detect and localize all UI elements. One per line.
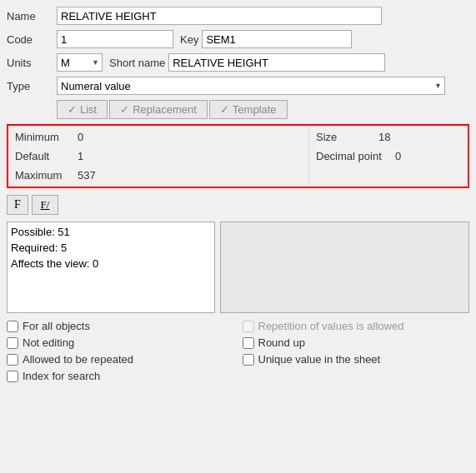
for-all-objects-row: For all objects: [7, 320, 234, 332]
default-row: Default 1: [15, 150, 302, 162]
list-tab-label: List: [80, 103, 97, 116]
checkbox-col-right: Repetition of values is allowed Round up…: [243, 320, 470, 382]
replacement-check-icon: ✓: [120, 103, 129, 116]
required-stat: Required: 5: [11, 241, 211, 254]
not-editing-checkbox[interactable]: [7, 337, 18, 349]
list-check-icon: ✓: [68, 103, 77, 116]
f-edit-button[interactable]: F/: [32, 195, 58, 215]
repetition-allowed-label: Repetition of values is allowed: [258, 320, 404, 332]
name-label: Name: [7, 10, 57, 22]
checkbox-col-left: For all objects Not editing Allowed to b…: [7, 320, 234, 382]
index-search-checkbox[interactable]: [7, 371, 18, 382]
index-search-label: Index for search: [23, 370, 100, 382]
f-edit-icon: F/: [41, 198, 50, 212]
allowed-repeated-row: Allowed to be repeated: [7, 353, 234, 366]
default-value: 1: [78, 150, 83, 162]
index-search-row: Index for search: [7, 370, 234, 382]
type-select-wrapper: Numeral value Text value Date Boolean: [57, 77, 445, 95]
template-tab-label: Template: [233, 103, 277, 116]
numeric-section: Minimum 0 Default 1 Maximum 537 Size 18 …: [7, 124, 469, 188]
round-up-checkbox[interactable]: [243, 337, 254, 349]
maximum-value: 537: [78, 169, 96, 182]
allowed-repeated-label: Allowed to be repeated: [23, 353, 133, 366]
template-check-icon: ✓: [220, 103, 229, 116]
default-label: Default: [15, 150, 78, 162]
f-button[interactable]: F: [7, 195, 28, 215]
minimum-value: 0: [78, 131, 83, 143]
content-panels: Possible: 51 Required: 5 Affects the vie…: [7, 222, 469, 313]
replacement-tab[interactable]: ✓ Replacement: [109, 100, 208, 119]
not-editing-label: Not editing: [23, 336, 74, 349]
maximum-label: Maximum: [15, 169, 78, 182]
toolbar-row: F F/: [7, 193, 469, 217]
left-numeric-section: Minimum 0 Default 1 Maximum 537: [8, 126, 309, 187]
main-container: Name Code Key Units M CM MM Short name T…: [0, 0, 476, 389]
unique-value-checkbox[interactable]: [243, 354, 254, 366]
maximum-row: Maximum 537: [15, 169, 302, 182]
type-label: Type: [7, 80, 57, 92]
units-label: Units: [7, 57, 57, 69]
list-tab[interactable]: ✓ List: [57, 100, 108, 119]
not-editing-row: Not editing: [7, 336, 234, 349]
template-tab[interactable]: ✓ Template: [209, 100, 288, 119]
units-row: Units M CM MM Short name: [7, 53, 469, 72]
decimal-label: Decimal point: [316, 150, 395, 162]
decimal-value: 0: [395, 150, 401, 162]
key-input[interactable]: [202, 30, 352, 48]
units-select-wrapper: M CM MM: [57, 53, 103, 72]
right-numeric-section: Size 18 Decimal point 0: [309, 126, 468, 187]
code-label: Code: [7, 33, 57, 46]
tabs-row: ✓ List ✓ Replacement ✓ Template: [57, 100, 469, 119]
for-all-objects-checkbox[interactable]: [7, 321, 18, 332]
minimum-label: Minimum: [15, 131, 78, 143]
minimum-row: Minimum 0: [15, 131, 302, 143]
allowed-repeated-checkbox[interactable]: [7, 354, 18, 366]
size-value: 18: [378, 131, 390, 143]
possible-stat: Possible: 51: [11, 226, 211, 238]
code-input[interactable]: [57, 30, 173, 48]
empty-panel: [220, 222, 469, 313]
shortname-input[interactable]: [168, 53, 385, 72]
for-all-objects-label: For all objects: [23, 320, 90, 332]
type-row: Type Numeral value Text value Date Boole…: [7, 77, 469, 95]
round-up-row: Round up: [243, 336, 470, 349]
stats-panel: Possible: 51 Required: 5 Affects the vie…: [7, 222, 215, 313]
unique-value-row: Unique value in the sheet: [243, 353, 470, 366]
key-label: Key: [180, 33, 198, 46]
decimal-row: Decimal point 0: [316, 150, 461, 162]
name-input[interactable]: [57, 7, 382, 25]
round-up-label: Round up: [258, 336, 305, 349]
repetition-allowed-row: Repetition of values is allowed: [243, 320, 470, 332]
f-icon: F: [14, 198, 21, 212]
replacement-tab-label: Replacement: [133, 103, 197, 116]
affects-stat: Affects the view: 0: [11, 257, 211, 270]
unique-value-label: Unique value in the sheet: [258, 353, 381, 366]
type-select[interactable]: Numeral value Text value Date Boolean: [57, 77, 445, 95]
repetition-allowed-checkbox[interactable]: [243, 321, 254, 332]
checkboxes-section: For all objects Not editing Allowed to b…: [7, 320, 469, 382]
units-select[interactable]: M CM MM: [57, 53, 103, 72]
code-key-row: Code Key: [7, 30, 469, 48]
size-row: Size 18: [316, 131, 461, 143]
name-row: Name: [7, 7, 469, 25]
shortname-label: Short name: [109, 57, 165, 69]
size-label: Size: [316, 131, 378, 143]
